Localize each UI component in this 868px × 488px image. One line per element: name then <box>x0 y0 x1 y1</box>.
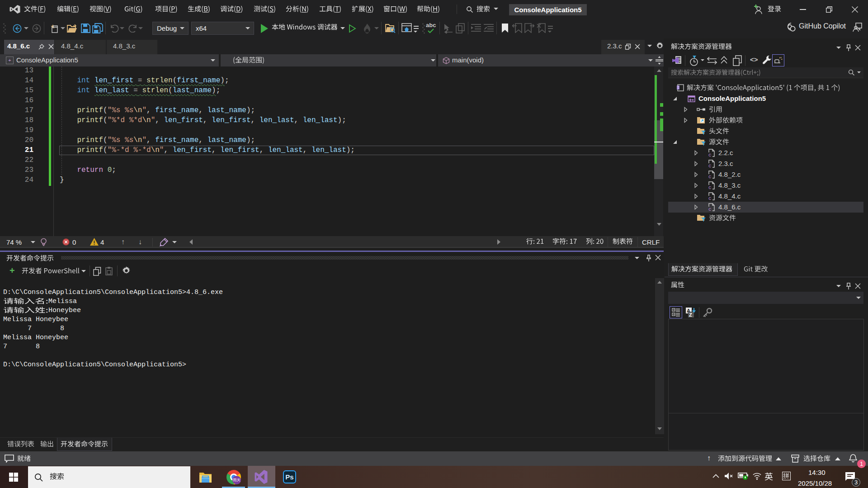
svg-text:c: c <box>708 207 712 211</box>
svg-text:c: c <box>708 196 712 200</box>
svg-text:c: c <box>708 152 712 157</box>
svg-text:c: c <box>708 185 712 190</box>
svg-text:Z: Z <box>689 312 692 317</box>
svg-text:c: c <box>708 174 712 179</box>
svg-text:c: c <box>708 163 712 168</box>
